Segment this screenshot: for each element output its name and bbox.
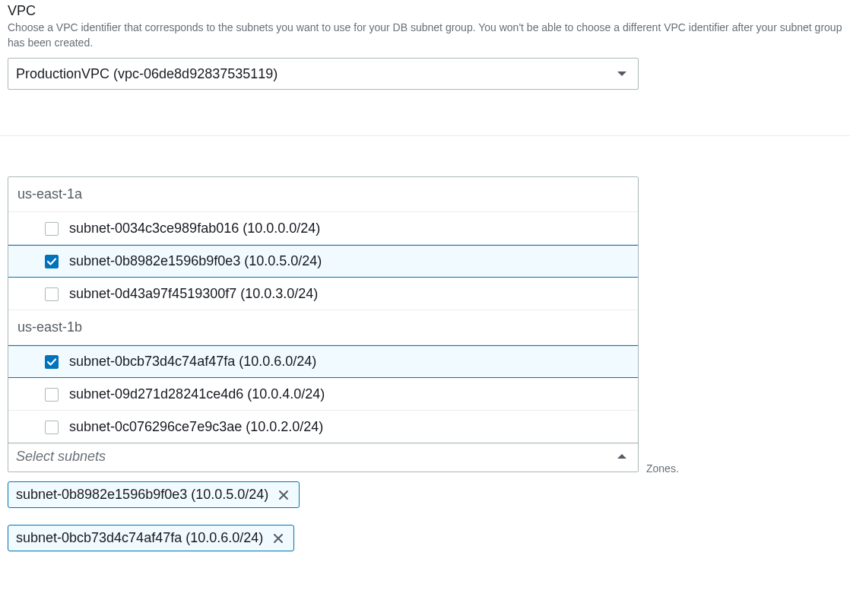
token-label: subnet-0b8982e1596b9f0e3 (10.0.5.0/24) (16, 487, 268, 503)
caret-down-icon (617, 70, 627, 78)
subnet-option-label: subnet-0d43a97f4519300f7 (10.0.3.0/24) (69, 286, 629, 302)
checkbox-icon[interactable] (45, 222, 59, 236)
close-icon[interactable] (276, 487, 291, 503)
selected-subnet-token: subnet-0bcb73d4c74af47fa (10.0.6.0/24) (8, 525, 294, 551)
subnet-option[interactable]: subnet-0b8982e1596b9f0e3 (10.0.5.0/24) (8, 245, 638, 278)
subnet-option-label: subnet-0c076296ce7e9c3ae (10.0.2.0/24) (69, 419, 629, 435)
checkbox-icon[interactable] (45, 355, 59, 369)
checkbox-icon[interactable] (45, 255, 59, 268)
subnet-dropdown-panel: us-east-1asubnet-0034c3ce989fab016 (10.0… (8, 176, 639, 443)
vpc-select-value: ProductionVPC (vpc-06de8d92837535119) (16, 66, 278, 82)
subnet-option-label: subnet-0034c3ce989fab016 (10.0.0.0/24) (69, 221, 629, 237)
checkbox-icon[interactable] (45, 388, 59, 402)
close-icon[interactable] (271, 531, 286, 546)
subnet-select[interactable]: Select subnets (8, 440, 639, 472)
subnet-option[interactable]: subnet-09d271d28241ce4d6 (10.0.4.0/24) (8, 378, 638, 411)
subnet-option-label: subnet-0bcb73d4c74af47fa (10.0.6.0/24) (69, 354, 629, 370)
checkbox-icon[interactable] (45, 287, 59, 301)
section-divider (0, 135, 850, 136)
subnet-option[interactable]: subnet-0bcb73d4c74af47fa (10.0.6.0/24) (8, 345, 638, 378)
vpc-field-label: VPC (8, 3, 842, 19)
subnet-option[interactable]: subnet-0d43a97f4519300f7 (10.0.3.0/24) (8, 278, 638, 310)
subnet-group-header: us-east-1a (8, 177, 638, 212)
subnet-option[interactable]: subnet-0034c3ce989fab016 (10.0.0.0/24) (8, 212, 638, 245)
caret-up-icon (617, 450, 627, 462)
subnet-select-placeholder: Select subnets (16, 449, 106, 465)
subnet-option-label: subnet-0b8982e1596b9f0e3 (10.0.5.0/24) (69, 253, 629, 269)
checkbox-icon[interactable] (45, 421, 59, 434)
token-label: subnet-0bcb73d4c74af47fa (10.0.6.0/24) (16, 530, 263, 546)
vpc-field-description: Choose a VPC identifier that corresponds… (8, 21, 842, 50)
subnet-group-header: us-east-1b (8, 310, 638, 345)
subnet-option-label: subnet-09d271d28241ce4d6 (10.0.4.0/24) (69, 386, 629, 402)
background-hint-text: Zones. (646, 462, 679, 475)
subnet-option[interactable]: subnet-0c076296ce7e9c3ae (10.0.2.0/24) (8, 411, 638, 443)
selected-subnet-token: subnet-0b8982e1596b9f0e3 (10.0.5.0/24) (8, 481, 300, 508)
vpc-select[interactable]: ProductionVPC (vpc-06de8d92837535119) (8, 58, 639, 90)
